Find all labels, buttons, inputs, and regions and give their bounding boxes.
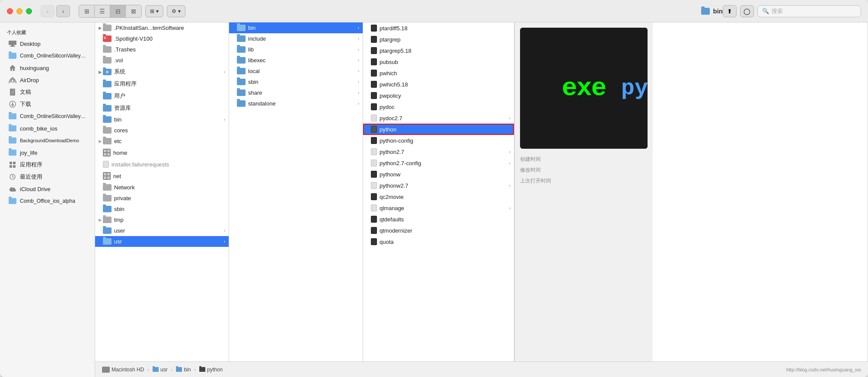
icon-view-button[interactable]: ⊞ <box>79 5 95 17</box>
coverflow-view-button[interactable]: ⊠ <box>126 5 141 17</box>
sidebar-item-joy-life[interactable]: joy_life <box>2 147 93 159</box>
list-item[interactable]: ▶ .PKInstallSan...temSoftware <box>95 22 229 33</box>
search-bar[interactable]: 🔍 搜索 <box>757 5 861 17</box>
item-label: 资源库 <box>114 104 225 112</box>
list-item[interactable]: ▶ private <box>95 193 229 204</box>
list-item[interactable]: ▶ pwhich5.18 <box>363 79 514 90</box>
list-item[interactable]: ▶ Network <box>95 182 229 193</box>
maximize-button[interactable] <box>26 8 32 14</box>
list-item[interactable]: ▶ user › <box>95 225 229 236</box>
item-label: lib <box>248 46 358 53</box>
arrange-label: ▾ <box>156 8 159 14</box>
list-item[interactable]: ▶ python-config <box>363 135 514 146</box>
sidebar-item-label: BackgroundDownloadDemo <box>20 138 79 143</box>
list-item[interactable]: ▶ usr › <box>95 236 229 247</box>
sidebar-item-apps[interactable]: 应用程序 <box>2 159 93 171</box>
file-icon <box>371 171 377 178</box>
list-item[interactable]: ▶ home <box>95 147 229 159</box>
list-item[interactable]: ▶ qtmodernizer <box>363 225 514 236</box>
list-item[interactable]: ▶ pubsub <box>363 56 514 67</box>
list-item[interactable]: ▶ 资源库 <box>95 102 229 114</box>
sidebar-item-background-demo[interactable]: BackgroundDownloadDemo <box>2 134 93 147</box>
breadcrumb-folder-icon-bin <box>176 367 182 372</box>
sidebar-item-desktop[interactable]: Desktop <box>2 38 93 50</box>
window-title: bin <box>713 7 723 15</box>
list-item[interactable]: ▶ installer.failurerequests <box>95 159 229 170</box>
sidebar-item-downloads[interactable]: 下载 <box>2 98 93 110</box>
sidebar-item-comb-bike[interactable]: comb_bike_ios <box>2 122 93 134</box>
forward-button[interactable]: › <box>56 5 70 17</box>
list-item[interactable]: ▶ etc <box>95 136 229 147</box>
breadcrumb-hdd[interactable]: Macintosh HD <box>102 367 144 373</box>
list-item[interactable]: ▶ ptargrep <box>363 34 514 45</box>
folder-icon-joy <box>9 149 16 157</box>
breadcrumb-python[interactable]: python <box>199 367 223 373</box>
list-item[interactable]: ▶ ✕ 系统 › <box>95 66 229 78</box>
search-icon: 🔍 <box>762 8 769 14</box>
list-item[interactable]: ▶ cores <box>95 125 229 136</box>
minimize-button[interactable] <box>16 8 22 14</box>
list-item[interactable]: ▶ pythonw2.7 › <box>363 180 514 191</box>
list-item-python[interactable]: ▶ python <box>363 124 514 135</box>
folder-icon <box>103 105 112 112</box>
list-item[interactable]: ▶ sbin › <box>229 77 363 87</box>
list-item[interactable]: ▶ standalone › <box>229 98 363 109</box>
list-item[interactable]: ▶ pydoc <box>363 101 514 112</box>
expand-arrow: ▶ <box>99 70 102 74</box>
list-item[interactable]: ▶ qtdefaults <box>363 214 514 225</box>
list-item[interactable]: ▶ .vol <box>95 55 229 66</box>
list-item[interactable]: ▶ qc2movie <box>363 191 514 202</box>
list-item[interactable]: ▶ 应用程序 <box>95 78 229 90</box>
sidebar-item-icloud[interactable]: iCloud Drive <box>2 183 93 195</box>
breadcrumb-bin[interactable]: bin <box>176 367 191 373</box>
chevron-icon: › <box>509 116 511 121</box>
list-item[interactable]: ▶ local › <box>229 66 363 77</box>
list-item[interactable]: ▶ ptardiff5.18 <box>363 22 514 34</box>
sidebar-item-comb-ios[interactable]: Comb_OnlineSiliconValley_ios <box>2 110 93 122</box>
back-button[interactable]: ‹ <box>41 5 54 17</box>
list-item[interactable]: ▶ libexec › <box>229 55 363 66</box>
chevron-icon: › <box>224 70 225 74</box>
list-item[interactable]: ▶ bin › <box>229 22 363 33</box>
breadcrumb-label-hdd: Macintosh HD <box>112 367 144 373</box>
breadcrumb-usr[interactable]: usr <box>153 367 168 373</box>
chevron-icon: › <box>509 150 511 154</box>
list-item[interactable]: ▶ pythonw <box>363 169 514 180</box>
list-item[interactable]: ▶ .Trashes <box>95 44 229 55</box>
file-icon <box>371 115 377 121</box>
column-view-button[interactable]: ⊟ <box>110 5 126 17</box>
list-item[interactable]: ▶ net <box>95 170 229 182</box>
list-item[interactable]: ▶ bin › <box>95 114 229 125</box>
share-button[interactable]: ⬆ <box>723 5 737 17</box>
sidebar-item-airdrop[interactable]: AirDrop <box>2 74 93 86</box>
list-item[interactable]: ▶ pydoc2.7 › <box>363 112 514 124</box>
list-item[interactable]: ▶ pwpolicy <box>363 90 514 101</box>
list-item[interactable]: ▶ python2.7-config › <box>363 157 514 169</box>
list-item[interactable]: ▶ pwhich <box>363 67 514 79</box>
list-item[interactable]: ▶ include › <box>229 33 363 44</box>
close-button[interactable] <box>7 8 13 14</box>
list-view-button[interactable]: ☰ <box>95 5 110 17</box>
file-icon <box>371 81 377 88</box>
sidebar-item-documents[interactable]: 文稿 <box>2 86 93 98</box>
list-item[interactable]: ▶ share › <box>229 87 363 98</box>
list-item[interactable]: ▶ tmp <box>95 214 229 225</box>
list-item[interactable]: ▶ quota <box>363 236 514 247</box>
action-button[interactable]: ⚙ ▾ <box>167 5 185 17</box>
list-item[interactable]: ▶ python2.7 › <box>363 146 514 157</box>
list-item[interactable]: ▶ ptargrep5.18 <box>363 45 514 56</box>
sidebar-item-huxinguang[interactable]: huxinguang <box>2 62 93 74</box>
sidebar-item-comb-office[interactable]: Comb_Office_ios_alpha <box>2 195 93 207</box>
list-item[interactable]: ▶ S .Spotlight-V100 <box>95 33 229 44</box>
item-label: 用户 <box>114 92 225 100</box>
sidebar-item-comb-online[interactable]: Comb_OnlineSiliconValley_ios_alpha <box>2 50 93 62</box>
chevron-icon: › <box>224 239 225 244</box>
sidebar-item-recent[interactable]: 最近使用 <box>2 171 93 183</box>
arrange-button[interactable]: ⊞ ▾ <box>145 5 163 17</box>
list-item[interactable]: ▶ lib › <box>229 44 363 55</box>
list-item[interactable]: ▶ qlmanage › <box>363 202 514 214</box>
tag-button[interactable]: ◯ <box>740 5 754 17</box>
item-label: local <box>248 68 358 74</box>
list-item[interactable]: ▶ sbin <box>95 204 229 214</box>
list-item[interactable]: ▶ 用户 <box>95 90 229 102</box>
